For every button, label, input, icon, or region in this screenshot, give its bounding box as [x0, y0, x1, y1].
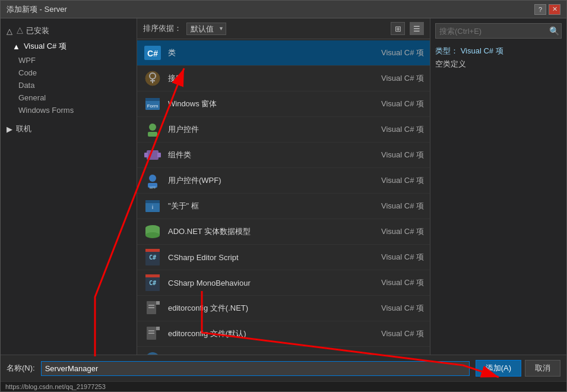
installed-label: △ 已安装 [16, 26, 49, 36]
item-icon: i [143, 197, 162, 216]
svg-text:Form: Form [147, 103, 159, 109]
sidebar-item-data[interactable]: Data [1, 79, 137, 91]
item-type: Visual C# 项 [381, 252, 424, 263]
item-icon: C# [143, 273, 162, 292]
list-item[interactable]: ADO.NET 实体数据模型 Visual C# 项 [137, 219, 430, 245]
list-item[interactable]: 用户控件 Visual C# 项 [137, 117, 430, 143]
sidebar-item-code[interactable]: Code [1, 67, 137, 79]
list-item[interactable]: C# CSharp Editor Script Visual C# 项 [137, 245, 430, 270]
list-item[interactable]: C# 类 Visual C# 项 [137, 40, 430, 66]
list-item[interactable]: editorconfig 文件(.NET) Visual C# 项 [137, 296, 430, 321]
list-item[interactable]: 组件类 Visual C# 项 [137, 143, 430, 168]
item-icon [143, 222, 162, 241]
svg-text:C#: C# [149, 254, 156, 261]
item-type: Visual C# 项 [381, 99, 424, 109]
item-icon [143, 299, 162, 318]
item-icon: C# [143, 248, 162, 267]
help-button[interactable]: ? [534, 4, 546, 15]
action-buttons: 添加(A) 取消 [476, 360, 560, 377]
name-label: 名称(N): [7, 363, 35, 374]
view-list-button[interactable]: ☰ [410, 22, 424, 35]
list-item[interactable]: i "关于" 框 Visual C# 项 [137, 194, 430, 219]
item-type: Visual C# 项 [381, 303, 424, 314]
item-name: 用户控件 [168, 124, 375, 135]
svg-rect-27 [145, 274, 160, 277]
title-bar-buttons: ? ✕ [534, 4, 560, 15]
toolbar: 排序依据： 默认值名称类型 ⊞ ☰ [137, 18, 430, 39]
sidebar-item-wpf[interactable]: WPF [1, 54, 137, 67]
item-type: Visual C# 项 [381, 328, 424, 339]
list-item[interactable]: WPF 用户控件(WPF) Visual C# 项 [137, 168, 430, 194]
description-value: 空类定义 [435, 59, 562, 69]
view-grid-button[interactable]: ⊞ [391, 22, 405, 35]
sort-dropdown[interactable]: 默认值名称类型 [186, 23, 226, 35]
svg-rect-12 [144, 153, 148, 157]
item-icon: EF [143, 350, 162, 355]
item-icon: Form [143, 94, 162, 113]
list-item[interactable]: Form Windows 窗体 Visual C# 项 [137, 91, 430, 117]
installed-arrow: △ [7, 27, 12, 36]
visual-cs-section[interactable]: ▲ Visual C# 项 [1, 39, 137, 54]
item-type: Visual C# 项 [381, 73, 424, 84]
visual-cs-arrow: ▲ [12, 42, 20, 51]
url-bar: https://blog.csdn.net/qq_21977253 [1, 381, 566, 391]
item-name: editorconfig 文件(.NET) [168, 303, 375, 314]
item-name: 组件类 [168, 150, 375, 160]
svg-point-14 [149, 175, 156, 182]
name-input[interactable] [41, 361, 470, 376]
svg-point-22 [145, 232, 160, 238]
item-icon [143, 146, 162, 165]
item-type: Visual C# 项 [381, 226, 424, 237]
item-icon: C# [143, 43, 162, 62]
list-item[interactable]: EF EF 5.x DbContext 生成器 Visual C# 项 [137, 347, 430, 355]
svg-rect-31 [156, 301, 160, 305]
sidebar-item-general[interactable]: General [1, 91, 137, 104]
svg-text:i: i [152, 204, 153, 210]
list-item[interactable]: editorconfig 文件(默认) Visual C# 项 [137, 321, 430, 347]
bottom-bar: 名称(N): 添加(A) 取消 [1, 355, 566, 381]
item-type: Visual C# 项 [381, 48, 424, 58]
svg-text:WPF: WPF [149, 186, 156, 189]
center-panel: 排序依据： 默认值名称类型 ⊞ ☰ C# 类 Visual C# 项 接口 Vi… [137, 18, 430, 355]
item-type: Visual C# 项 [381, 150, 424, 160]
search-bar: 🔍 [435, 23, 562, 39]
svg-rect-11 [147, 150, 159, 160]
svg-rect-7 [145, 98, 160, 101]
list-item[interactable]: C# CSharp MonoBehaviour Visual C# 项 [137, 270, 430, 296]
search-input[interactable] [436, 24, 547, 38]
svg-point-9 [149, 124, 156, 131]
svg-text:C#: C# [149, 280, 156, 286]
item-name: 用户控件(WPF) [168, 175, 375, 186]
item-type: Visual C# 项 [381, 201, 424, 211]
item-icon: WPF [143, 171, 162, 190]
sort-wrapper: 默认值名称类型 [186, 23, 226, 35]
cancel-button[interactable]: 取消 [525, 360, 560, 377]
installed-section[interactable]: △ △ 已安装 [1, 23, 137, 39]
main-content: △ △ 已安装 ▲ Visual C# 项 WPF Code Data Gene [1, 18, 566, 355]
item-name: 类 [168, 48, 375, 58]
svg-rect-36 [156, 327, 160, 330]
add-button[interactable]: 添加(A) [476, 360, 521, 377]
item-name: "关于" 框 [168, 201, 375, 211]
title-bar: 添加新项 - Server ? ✕ [1, 1, 566, 18]
item-type: Visual C# 项 [381, 175, 424, 186]
svg-rect-10 [148, 132, 157, 137]
item-icon [143, 120, 162, 139]
svg-rect-18 [145, 200, 160, 203]
item-name: 接口 [168, 73, 375, 84]
list-item[interactable]: 接口 Visual C# 项 [137, 66, 430, 91]
svg-rect-24 [145, 249, 160, 252]
visual-cs-label: Visual C# 项 [24, 41, 66, 52]
sort-label: 排序依据： [143, 23, 182, 34]
sidebar-item-windows-forms[interactable]: Windows Forms [1, 104, 137, 116]
item-name: CSharp Editor Script [168, 253, 375, 262]
svg-rect-13 [157, 153, 161, 157]
close-button[interactable]: ✕ [549, 4, 560, 15]
item-type: Visual C# 项 [381, 277, 424, 288]
svg-text:C#: C# [147, 49, 158, 58]
dialog-title: 添加新项 - Server [7, 4, 67, 15]
item-icon [143, 69, 162, 88]
online-section[interactable]: ▶ 联机 [1, 121, 137, 137]
search-icon[interactable]: 🔍 [547, 24, 561, 38]
item-name: editorconfig 文件(默认) [168, 328, 375, 339]
